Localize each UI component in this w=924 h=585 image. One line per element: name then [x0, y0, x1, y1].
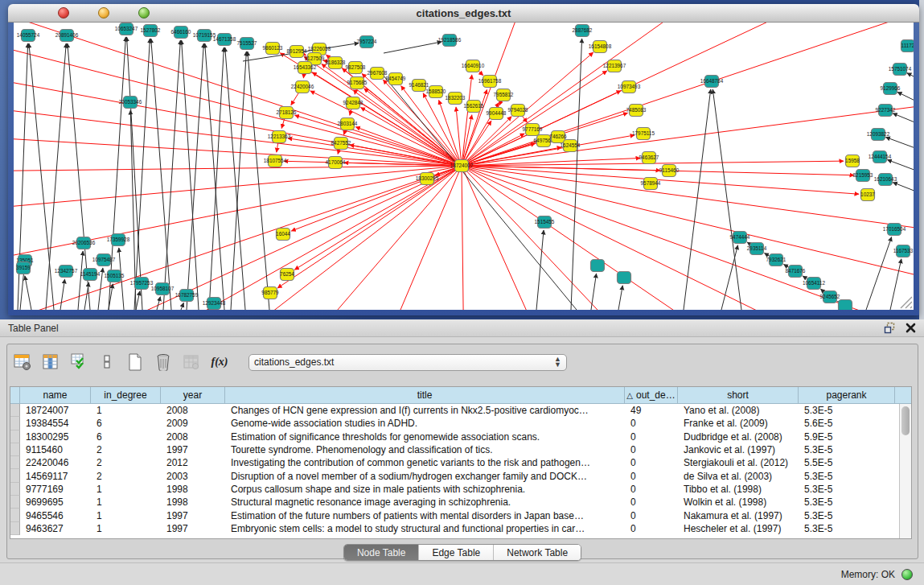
graph-node-yellow[interactable]: 9794028	[508, 105, 528, 117]
graph-node-yellow[interactable]: 9860123	[263, 43, 283, 55]
table-cell[interactable]: 1997	[161, 509, 225, 521]
graph-node-teal[interactable]: 16782759	[175, 290, 199, 302]
close-window-button[interactable]	[58, 7, 69, 19]
graph-node-teal[interactable]: 1527802	[141, 25, 161, 37]
table-cell[interactable]: 0	[625, 456, 678, 469]
graph-node-teal[interactable]: 1167533	[893, 245, 914, 257]
graph-node-yellow[interactable]: 12213363	[268, 131, 291, 143]
column-header-in_degree[interactable]: in_degree	[91, 387, 161, 403]
table-cell[interactable]: Estimation of the future numbers of pati…	[225, 509, 625, 521]
graph-node-teal[interactable]	[618, 272, 631, 284]
graph-node-yellow[interactable]: 16154808	[589, 41, 612, 53]
table-cell[interactable]: 6	[91, 417, 161, 430]
graph-node-yellow[interactable]: 8454749	[386, 73, 406, 85]
table-cell[interactable]: Estimation of significance thresholds fo…	[225, 431, 625, 443]
graph-node-yellow[interactable]: 9115460	[659, 165, 680, 177]
table-cell[interactable]: 9465546	[20, 509, 91, 521]
network-canvas[interactable]: 1405572420891406106532471527802646616010…	[14, 23, 914, 310]
graph-node-yellow[interactable]: 2803144	[338, 118, 358, 130]
table-row[interactable]: 1830029562008Estimation of significance …	[10, 431, 911, 443]
table-cell[interactable]: Embryonic stem cells: a model to study s…	[225, 522, 625, 535]
table-cell[interactable]: 5.6E-5	[799, 417, 895, 430]
table-cell[interactable]: 5.3E-5	[799, 509, 895, 521]
graph-node-yellow[interactable]: 1832203	[446, 93, 466, 105]
table-cell[interactable]: Hescheler et al. (1997)	[678, 522, 799, 535]
graph-node-yellow[interactable]: 12213967	[603, 60, 626, 72]
graph-node-teal[interactable]: 16210643	[874, 174, 897, 186]
graph-node-yellow[interactable]: 9242848	[343, 97, 363, 109]
graph-node-teal[interactable]: 10653247	[115, 23, 138, 35]
table-cell[interactable]: 2012	[161, 456, 225, 469]
graph-node-teal[interactable]: 10958107	[151, 283, 175, 295]
network-window-titlebar[interactable]: citations_edges.txt	[8, 4, 919, 23]
table-cell[interactable]: Franke et al. (2009)	[678, 417, 799, 430]
close-icon[interactable]	[906, 323, 916, 333]
table-cell[interactable]: Tibbo et al. (1998)	[678, 483, 799, 496]
table-select-dropdown[interactable]: citations_edges.txt ▲▼	[248, 354, 567, 371]
table-cell[interactable]: 1	[91, 483, 161, 496]
column-stack-icon[interactable]	[98, 353, 116, 371]
table-cell[interactable]: Changes of HCN gene expression and I(f) …	[225, 404, 625, 417]
graph-node-teal[interactable]: 7932621	[766, 254, 786, 266]
table-cell[interactable]: 0	[625, 431, 678, 443]
table-cell[interactable]: 0	[625, 483, 678, 496]
graph-node-teal[interactable]: 8471676	[786, 266, 806, 278]
zoom-window-button[interactable]	[138, 7, 150, 19]
table-settings-icon[interactable]	[14, 353, 31, 371]
table-cell[interactable]: 2	[91, 469, 161, 482]
column-header-short[interactable]: short	[678, 387, 799, 403]
table-cell[interactable]: 0	[625, 509, 678, 521]
table-cell[interactable]: 1	[91, 522, 161, 535]
graph-node-yellow[interactable]: 9463627	[639, 152, 659, 164]
table-cell[interactable]: 0	[625, 469, 678, 482]
table-cell[interactable]: 5.3E-5	[799, 404, 895, 417]
table-cell[interactable]: 1997	[161, 443, 225, 456]
graph-node-teal[interactable]: 1515455	[535, 216, 555, 229]
tab-node-table[interactable]: Node Table	[344, 545, 420, 560]
table-cell[interactable]: Dudbridge et al. (2008)	[678, 431, 799, 443]
graph-node-teal[interactable]: 12444154	[869, 151, 892, 163]
table-cell[interactable]: 2	[91, 443, 161, 456]
graph-node-teal[interactable]	[591, 260, 605, 272]
graph-node-yellow[interactable]: 1588520	[426, 86, 446, 98]
table-cell[interactable]: Jankovic et al. (1997)	[678, 443, 799, 456]
table-cell[interactable]: 6	[91, 431, 161, 443]
graph-node-yellow[interactable]: 9904448	[487, 108, 507, 120]
graph-node-teal[interactable]	[839, 300, 852, 311]
graph-node-yellow[interactable]: 16640910	[462, 60, 485, 72]
table-row[interactable]: 2242004622012Investigating the contribut…	[10, 456, 911, 469]
graph-node-yellow[interactable]: 16961758	[478, 76, 502, 88]
graph-node-teal[interactable]: 10654112	[803, 278, 825, 290]
float-window-icon[interactable]	[884, 322, 896, 334]
graph-node-yellow[interactable]: 9827508	[346, 62, 366, 74]
table-cell[interactable]: 2	[91, 456, 161, 469]
graph-node-yellow[interactable]: 10237	[860, 189, 875, 201]
table-cell[interactable]: Corpus callosum shape and size in male p…	[225, 483, 625, 496]
table-cell[interactable]: 9463627	[20, 522, 91, 535]
column-header-out_de…[interactable]: △out_de…	[625, 387, 678, 403]
graph-node-yellow[interactable]: 76254	[280, 269, 294, 281]
table-cell[interactable]: 5.3E-5	[799, 483, 895, 496]
graph-node-teal[interactable]: 11172	[901, 40, 914, 52]
table-row[interactable]: 969969511998Structural magnetic resonanc…	[10, 496, 911, 509]
table-cell[interactable]: 5.9E-5	[799, 431, 895, 443]
table-cell[interactable]: 22420046	[20, 456, 91, 469]
table-cell[interactable]: 0	[625, 443, 678, 456]
table-row[interactable]: 977716911998Corpus callosum shape and si…	[10, 483, 911, 496]
graph-node-teal[interactable]: 7515527	[237, 38, 257, 50]
graph-node-yellow[interactable]: 985779	[261, 287, 279, 299]
graph-node-teal[interactable]: 39159	[16, 262, 31, 274]
delete-columns-icon[interactable]	[154, 353, 172, 371]
table-cell[interactable]: 1	[91, 509, 161, 521]
table-cell[interactable]: 14569117	[20, 469, 91, 482]
graph-node-teal[interactable]: 9474444	[730, 232, 750, 244]
graph-node-teal[interactable]: 6466160	[171, 27, 191, 39]
graph-node-teal[interactable]: 17016504	[883, 224, 906, 236]
table-cell[interactable]: de Silva et al. (2003)	[678, 469, 799, 482]
table-cell[interactable]: 2009	[161, 417, 225, 430]
graph-node-teal[interactable]: 19218586	[438, 35, 462, 47]
graph-node-teal[interactable]: 8215953	[853, 170, 873, 182]
graph-node-teal[interactable]: 20891406	[55, 30, 79, 42]
table-cell[interactable]: Investigating the contribution of common…	[225, 456, 625, 469]
graph-node-yellow[interactable]: 8186328	[326, 57, 346, 69]
